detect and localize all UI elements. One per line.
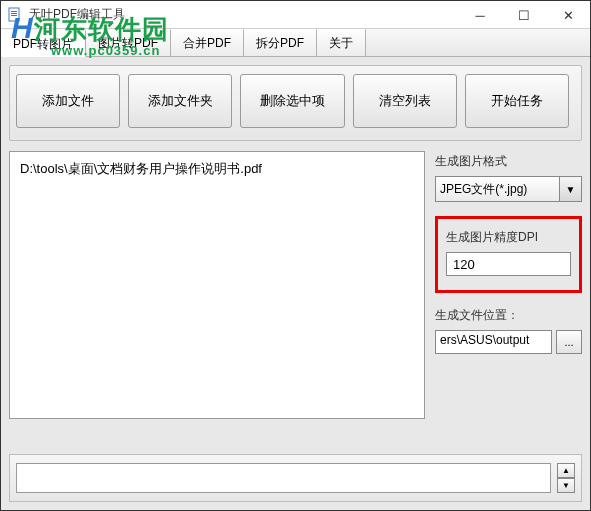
titlebar: 无叶PDF编辑工具 ─ ☐ ✕ [1,1,590,29]
svg-rect-2 [11,13,17,14]
minimize-button[interactable]: ─ [458,1,502,29]
app-icon [7,7,23,23]
spinner-control: ▲ ▼ [557,463,575,493]
output-path-label: 生成文件位置： [435,307,582,324]
tab-merge-pdf[interactable]: 合并PDF [171,29,244,56]
format-label: 生成图片格式 [435,153,582,170]
svg-rect-1 [11,11,17,12]
spinner-up[interactable]: ▲ [557,463,575,478]
remove-selected-button[interactable]: 删除选中项 [240,74,344,128]
list-item[interactable]: D:\tools\桌面\文档财务用户操作说明书.pdf [20,160,414,178]
output-path-group: 生成文件位置： ers\ASUS\output ... [435,305,582,356]
side-panel: 生成图片格式 JPEG文件(*.jpg) ▼ 生成图片精度DPI 生成文件位置：… [435,151,582,419]
window-title: 无叶PDF编辑工具 [29,6,458,23]
clear-list-button[interactable]: 清空列表 [353,74,457,128]
spinner-down[interactable]: ▼ [557,478,575,493]
tab-about[interactable]: 关于 [317,29,366,56]
format-group: 生成图片格式 JPEG文件(*.jpg) ▼ [435,151,582,204]
add-file-button[interactable]: 添加文件 [16,74,120,128]
tab-pdf-to-image[interactable]: PDF转图片 [1,30,86,57]
dpi-label: 生成图片精度DPI [446,229,571,246]
close-button[interactable]: ✕ [546,1,590,29]
svg-rect-0 [9,8,19,21]
tab-image-to-pdf[interactable]: 图片转PDF [86,29,171,56]
start-task-button[interactable]: 开始任务 [465,74,569,128]
format-select[interactable]: JPEG文件(*.jpg) [435,176,560,202]
tab-bar: PDF转图片 图片转PDF 合并PDF 拆分PDF 关于 [1,29,590,57]
format-value: JPEG文件(*.jpg) [440,181,527,198]
bottom-panel: ▲ ▼ [9,454,582,502]
dpi-input[interactable] [446,252,571,276]
status-box [16,463,551,493]
action-toolbar: 添加文件 添加文件夹 删除选中项 清空列表 开始任务 [9,65,582,141]
file-list[interactable]: D:\tools\桌面\文档财务用户操作说明书.pdf [9,151,425,419]
browse-button[interactable]: ... [556,330,582,354]
content-area: 添加文件 添加文件夹 删除选中项 清空列表 开始任务 D:\tools\桌面\文… [1,57,590,510]
output-path-input[interactable]: ers\ASUS\output [435,330,552,354]
window-controls: ─ ☐ ✕ [458,1,590,28]
svg-rect-3 [11,15,17,16]
chevron-down-icon[interactable]: ▼ [560,176,582,202]
maximize-button[interactable]: ☐ [502,1,546,29]
tab-split-pdf[interactable]: 拆分PDF [244,29,317,56]
dpi-group: 生成图片精度DPI [435,216,582,293]
add-folder-button[interactable]: 添加文件夹 [128,74,232,128]
